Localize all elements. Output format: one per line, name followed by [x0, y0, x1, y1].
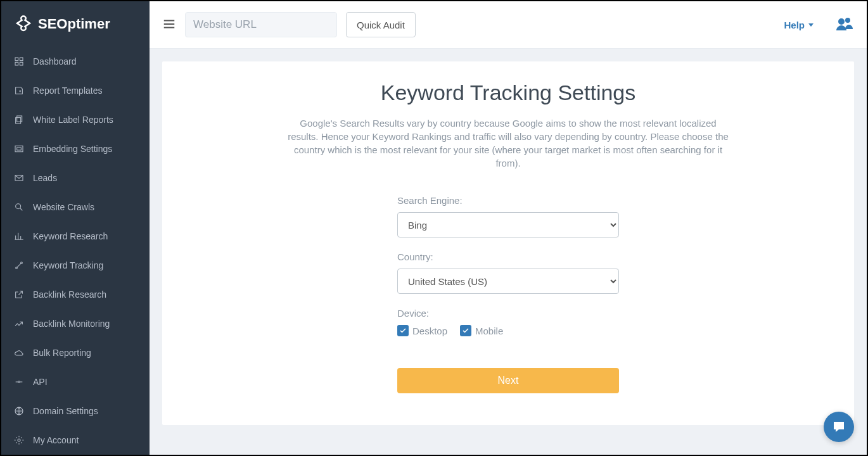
dashboard-icon [14, 56, 24, 66]
brand-name: SEOptimer [38, 16, 110, 32]
sidebar-item-white-label[interactable]: White Label Reports [1, 105, 150, 134]
mail-icon [14, 173, 24, 183]
search-engine-select[interactable]: Bing [397, 212, 619, 238]
sidebar-item-website-crawls[interactable]: Website Crawls [1, 193, 150, 222]
website-url-input[interactable] [185, 12, 337, 37]
svg-rect-3 [20, 62, 23, 65]
settings-form: Search Engine: Bing Country: United Stat… [397, 195, 619, 393]
svg-point-13 [18, 439, 20, 441]
sidebar-item-my-account[interactable]: My Account [1, 426, 150, 455]
cloud-icon [14, 348, 24, 358]
sidebar-item-backlink-monitoring[interactable]: Backlink Monitoring [1, 309, 150, 338]
globe-icon [14, 406, 24, 416]
country-label: Country: [397, 251, 619, 262]
sidebar-item-embedding[interactable]: Embedding Settings [1, 134, 150, 163]
sidebar-item-keyword-research[interactable]: Keyword Research [1, 222, 150, 251]
sidebar-item-bulk-reporting[interactable]: Bulk Reporting [1, 338, 150, 367]
svg-point-14 [838, 18, 845, 25]
logo-icon [14, 15, 33, 34]
page-title: Keyword Tracking Settings [188, 80, 829, 105]
quick-audit-button[interactable]: Quick Audit [346, 12, 416, 37]
desktop-checkbox-label: Desktop [412, 326, 447, 336]
tracking-icon [14, 260, 24, 270]
svg-rect-1 [20, 58, 23, 61]
country-select[interactable]: United States (US) [397, 269, 619, 294]
gear-icon [14, 435, 24, 445]
svg-rect-0 [15, 58, 18, 61]
settings-card: Keyword Tracking Settings Google's Searc… [162, 61, 854, 425]
template-icon [14, 86, 24, 96]
sidebar-item-domain-settings[interactable]: Domain Settings [1, 396, 150, 426]
svg-rect-5 [16, 118, 21, 124]
content-area: Keyword Tracking Settings Google's Searc… [150, 49, 867, 455]
trend-icon [14, 319, 24, 329]
sidebar-item-keyword-tracking[interactable]: Keyword Tracking [1, 251, 150, 280]
sidebar-item-api[interactable]: API [1, 367, 150, 396]
svg-rect-6 [15, 146, 23, 151]
sidebar-item-backlink-research[interactable]: Backlink Research [1, 280, 150, 309]
desktop-checkbox[interactable] [397, 325, 409, 336]
mobile-checkbox-label: Mobile [475, 326, 503, 336]
external-icon [14, 289, 24, 300]
api-icon [14, 377, 24, 387]
search-engine-label: Search Engine: [397, 195, 619, 206]
nav: Dashboard Report Templates White Label R… [1, 47, 150, 455]
main: Quick Audit Help Keyword Tracking Settin… [150, 1, 867, 455]
users-icon[interactable] [835, 16, 854, 34]
sidebar: SEOptimer Dashboard Report Templates Whi… [1, 1, 150, 455]
menu-toggle-icon[interactable] [162, 17, 176, 33]
svg-rect-2 [15, 62, 18, 65]
sidebar-item-leads[interactable]: Leads [1, 163, 150, 193]
svg-rect-4 [17, 116, 22, 122]
svg-point-9 [16, 204, 21, 209]
copy-icon [14, 115, 24, 125]
svg-point-15 [845, 18, 850, 23]
sidebar-item-report-templates[interactable]: Report Templates [1, 76, 150, 105]
help-dropdown[interactable]: Help [784, 20, 814, 30]
svg-rect-7 [17, 148, 22, 150]
mobile-checkbox[interactable] [460, 325, 471, 336]
chat-widget-button[interactable] [824, 412, 854, 442]
page-description: Google's Search Results vary by country … [286, 117, 730, 170]
device-label: Device: [397, 308, 619, 319]
topbar: Quick Audit Help [150, 1, 867, 49]
embed-icon [14, 144, 24, 154]
next-button[interactable]: Next [397, 368, 619, 393]
search-icon [14, 202, 24, 212]
chart-icon [14, 231, 24, 241]
sidebar-item-dashboard[interactable]: Dashboard [1, 47, 150, 76]
brand-logo: SEOptimer [1, 1, 150, 47]
